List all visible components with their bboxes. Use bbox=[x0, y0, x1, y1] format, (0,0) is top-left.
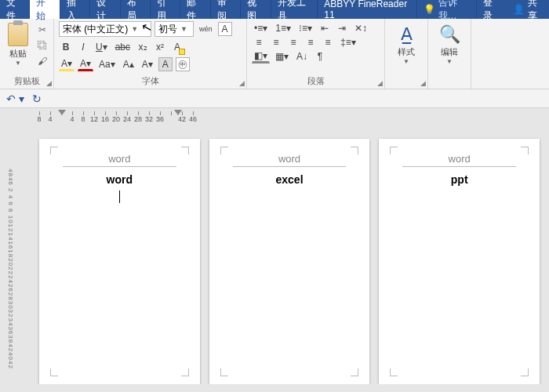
page-body-text[interactable]: ppt bbox=[394, 173, 524, 186]
copy-icon[interactable]: ⿻ bbox=[36, 40, 49, 51]
tellme[interactable]: 💡告诉我… bbox=[417, 0, 478, 19]
page-body-text[interactable]: word bbox=[55, 173, 184, 186]
document-page[interactable]: wordword bbox=[39, 139, 200, 384]
page-header[interactable]: word bbox=[233, 153, 347, 167]
tab-abbyy[interactable]: ABBYY FineReader 11 bbox=[318, 0, 416, 19]
character-border-button[interactable]: A bbox=[218, 22, 232, 36]
ruler-tick: 12 bbox=[90, 115, 98, 123]
tab-view[interactable]: 视图 bbox=[241, 0, 271, 19]
superscript-button[interactable]: x² bbox=[153, 40, 167, 54]
ruler-vertical[interactable]: 4846 2 4 6 8 101214161820222426283032343… bbox=[0, 129, 14, 384]
tab-layout[interactable]: 布局 bbox=[121, 0, 151, 19]
group-font-label: 字体 bbox=[59, 74, 242, 87]
decrease-indent-button[interactable]: ⇤ bbox=[318, 21, 332, 35]
enclose-char-button[interactable]: ㊥ bbox=[176, 57, 190, 71]
italic-button[interactable]: I bbox=[76, 40, 90, 54]
ruler-tick: 4 bbox=[48, 115, 52, 123]
borders-button[interactable]: ▦▾ bbox=[273, 49, 291, 64]
ruler-tick: 20 bbox=[112, 115, 120, 123]
distribute-button[interactable]: ≡ bbox=[321, 35, 335, 49]
text-direction-button[interactable]: ✕↕ bbox=[352, 21, 369, 35]
page-header[interactable]: word bbox=[63, 153, 176, 167]
font-launcher-icon[interactable]: ◢ bbox=[239, 79, 245, 87]
text-effects-button[interactable]: A bbox=[170, 40, 184, 54]
group-clipboard: 粘贴 ▼ ✂ ⿻ 🖌 剪贴板 ◢ bbox=[0, 19, 54, 89]
bold-button[interactable]: B bbox=[59, 40, 73, 54]
bullets-button[interactable]: •≡▾ bbox=[252, 21, 270, 35]
clipboard-icon bbox=[8, 23, 28, 46]
subscript-button[interactable]: x₂ bbox=[136, 40, 150, 54]
ruler-tick: 28 bbox=[134, 115, 142, 123]
find-icon: 🔍 bbox=[439, 24, 460, 45]
format-painter-icon[interactable]: 🖌 bbox=[36, 56, 49, 67]
ruler-tick: 4 bbox=[70, 115, 74, 123]
align-left-button[interactable]: ≡ bbox=[252, 35, 266, 49]
increase-indent-button[interactable]: ⇥ bbox=[335, 21, 349, 35]
font-size-combo[interactable]: 初号▼ bbox=[155, 21, 194, 37]
edit-button[interactable]: 🔍 编辑 ▼ bbox=[433, 24, 466, 65]
ribbon-tabs: 文件 开始 插入 设计 布局 引用 邮件 审阅 视图 开发工具 ABBYY Fi… bbox=[0, 0, 549, 19]
tab-design[interactable]: 设计 bbox=[90, 0, 120, 19]
line-spacing-button[interactable]: ‡≡▾ bbox=[338, 35, 358, 49]
page-header[interactable]: word bbox=[402, 153, 516, 167]
tab-mail[interactable]: 邮件 bbox=[180, 0, 210, 19]
tab-references[interactable]: 引用 bbox=[151, 0, 180, 19]
undo-button[interactable]: ↶ ▾ bbox=[6, 93, 24, 105]
align-center-button[interactable]: ≡ bbox=[269, 35, 283, 49]
clipboard-launcher-icon[interactable]: ◢ bbox=[46, 79, 52, 87]
tab-review[interactable]: 审阅 bbox=[211, 0, 241, 19]
redo-button[interactable]: ↻ bbox=[32, 93, 42, 105]
sort-button[interactable]: A↓ bbox=[294, 49, 310, 64]
document-page[interactable]: wordexcel bbox=[209, 139, 370, 384]
paragraph-launcher-icon[interactable]: ◢ bbox=[377, 79, 383, 87]
tab-home[interactable]: 开始 bbox=[30, 0, 60, 19]
align-right-button[interactable]: ≡ bbox=[286, 35, 300, 49]
font-color-button[interactable]: A▾ bbox=[78, 57, 93, 71]
group-styles: A̲ 样式 ▼ ◢ bbox=[385, 19, 428, 89]
shading-button[interactable]: ◧▾ bbox=[252, 49, 270, 64]
group-clipboard-label: 剪贴板 bbox=[0, 74, 53, 87]
ruler-tick: 8 bbox=[37, 115, 41, 123]
strikethrough-button[interactable]: abc bbox=[113, 40, 133, 54]
highlight-button[interactable]: A▾ bbox=[59, 57, 75, 71]
tab-file[interactable]: 文件 bbox=[0, 0, 30, 19]
font-family-combo[interactable]: 宋体 (中文正文)▼ bbox=[59, 21, 151, 37]
document-area: 4846 2 4 6 8 101214161820222426283032343… bbox=[0, 129, 549, 384]
justify-button[interactable]: ≡ bbox=[304, 35, 318, 49]
change-case-button[interactable]: Aa▾ bbox=[96, 57, 118, 71]
ruler-tick: 24 bbox=[123, 115, 131, 123]
styles-launcher-icon[interactable]: ◢ bbox=[420, 79, 426, 87]
multilevel-button[interactable]: ⁝≡▾ bbox=[296, 21, 314, 35]
numbering-button[interactable]: 1≡▾ bbox=[273, 21, 293, 35]
ruler-tick: 8 bbox=[81, 115, 85, 123]
phonetic-guide-button[interactable]: wén bbox=[197, 22, 215, 36]
ruler-tick: 42 bbox=[178, 115, 186, 123]
shrink-font-button[interactable]: A▾ bbox=[140, 57, 155, 71]
quick-access-toolbar: ↶ ▾ ↻ bbox=[0, 89, 549, 108]
ruler-tick: 16 bbox=[101, 115, 109, 123]
ruler-tick: 46 bbox=[189, 115, 197, 123]
styles-button[interactable]: A̲ 样式 ▼ bbox=[390, 24, 423, 65]
document-page[interactable]: wordppt bbox=[379, 139, 540, 384]
text-cursor bbox=[119, 191, 120, 203]
show-marks-button[interactable]: ¶ bbox=[313, 49, 327, 64]
edit-label: 编辑 bbox=[441, 46, 458, 58]
styles-icon: A̲ bbox=[401, 24, 413, 45]
tab-dev[interactable]: 开发工具 bbox=[271, 0, 318, 19]
paste-label: 粘贴 bbox=[9, 48, 27, 60]
underline-button[interactable]: U ▾ bbox=[93, 40, 110, 54]
share-button[interactable]: 👤共享 bbox=[507, 0, 549, 19]
char-shading-button[interactable]: A bbox=[158, 57, 173, 71]
styles-label: 样式 bbox=[398, 46, 415, 58]
ruler-tick: 36 bbox=[156, 115, 164, 123]
share-label: 共享 bbox=[528, 0, 543, 23]
tab-insert[interactable]: 插入 bbox=[60, 0, 90, 19]
login-button[interactable]: 登录 bbox=[477, 0, 506, 19]
grow-font-button[interactable]: A▴ bbox=[121, 57, 136, 71]
cut-icon[interactable]: ✂ bbox=[36, 24, 49, 35]
ruler-horizontal[interactable]: 8448121620242832364246 bbox=[0, 108, 549, 130]
group-paragraph-label: 段落 bbox=[252, 74, 380, 87]
page-body-text[interactable]: excel bbox=[225, 173, 354, 186]
group-paragraph: •≡▾ 1≡▾ ⁝≡▾ ⇤ ⇥ ✕↕ ≡ ≡ ≡ ≡ ≡ ‡≡▾ ◧▾ ▦▾ A… bbox=[247, 19, 385, 89]
ribbon: 粘贴 ▼ ✂ ⿻ 🖌 剪贴板 ◢ 宋体 (中文正文)▼ 初号▼ wén A B … bbox=[0, 19, 549, 89]
